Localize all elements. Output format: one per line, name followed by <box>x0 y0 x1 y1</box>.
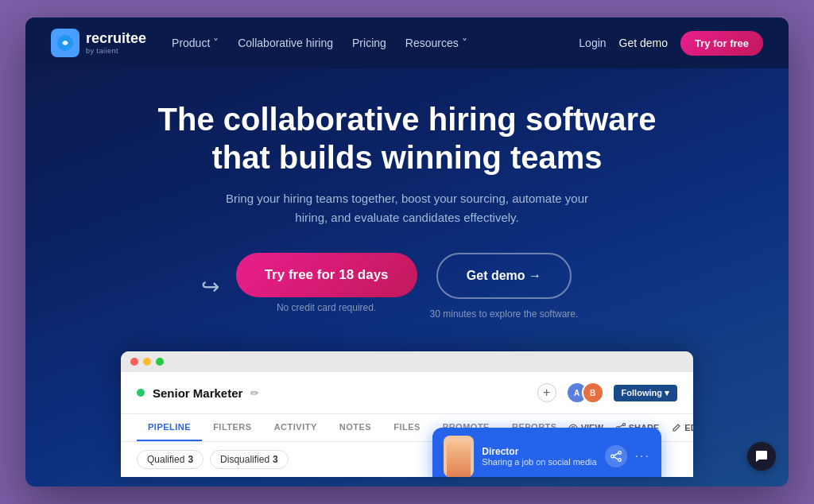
job-title: Senior Marketer <box>153 386 242 400</box>
app-header-bar: Senior Marketer ✏ + A B Following ▾ <box>121 372 693 414</box>
tooltip-more-icon[interactable]: ··· <box>635 449 650 463</box>
qualified-tag[interactable]: Qualified3 <box>137 450 204 469</box>
hero-title: The collaborative hiring software that b… <box>129 100 685 176</box>
avatar-2: B <box>582 382 604 404</box>
nav-collaborative[interactable]: Collaborative hiring <box>238 37 333 49</box>
tooltip-share-icon[interactable] <box>605 445 627 467</box>
avatars-group: A B <box>566 382 604 404</box>
pipeline-bar: Qualified3 Disqualified3 Director Sharin… <box>121 442 693 477</box>
titlebar-dot-green <box>156 358 164 366</box>
app-titlebar <box>121 351 693 372</box>
tab-files[interactable]: FILES <box>382 414 432 441</box>
job-status-dot <box>137 389 145 397</box>
tooltip-title: Director <box>482 446 596 457</box>
navbar: recruitee by taiient Product ˅ Collabora… <box>25 17 789 68</box>
cta-secondary-group: Get demo → 30 minutes to explore the sof… <box>430 253 579 320</box>
edit-action[interactable]: EDIT <box>672 423 693 432</box>
app-header-right: + A B Following ▾ <box>537 382 677 404</box>
no-card-label: No credit card required. <box>277 302 376 313</box>
tooltip-avatar <box>444 436 474 477</box>
app-preview: Senior Marketer ✏ + A B Following ▾ PIPE… <box>121 351 693 477</box>
login-button[interactable]: Login <box>579 37 606 49</box>
tooltip-subtitle: Sharing a job on social media <box>482 457 596 467</box>
tooltip-text: Director Sharing a job on social media <box>482 446 596 467</box>
titlebar-dot-red <box>130 358 138 366</box>
get-demo-button[interactable]: Get demo <box>619 37 668 49</box>
logo-text: recruitee by taiient <box>86 31 146 55</box>
edit-icon[interactable]: ✏ <box>250 387 259 399</box>
tab-filters[interactable]: FILTERS <box>202 414 263 441</box>
titlebar-dot-yellow <box>143 358 151 366</box>
cta-arrow-icon: ↪ <box>201 273 219 300</box>
try-free-button[interactable]: Try free for 18 days <box>236 253 417 297</box>
chat-bubble[interactable] <box>747 442 776 471</box>
tooltip-person-figure <box>447 442 471 477</box>
nav-product[interactable]: Product ˅ <box>172 37 219 49</box>
following-button[interactable]: Following ▾ <box>614 385 677 401</box>
tab-activity[interactable]: ACTIVITY <box>263 414 328 441</box>
thirty-min-label: 30 minutes to explore the software. <box>430 308 579 320</box>
tab-notes[interactable]: NOTES <box>328 414 382 441</box>
add-member-button[interactable]: + <box>537 383 556 402</box>
svg-point-7 <box>618 459 621 462</box>
qualified-count: 3 <box>188 454 193 465</box>
main-wrapper: recruitee by taiient Product ˅ Collabora… <box>25 17 789 487</box>
nav-right: Login Get demo Try for free <box>579 31 763 56</box>
hero-subtitle: Bring your hiring teams together, boost … <box>224 189 590 227</box>
svg-point-2 <box>622 424 625 426</box>
logo-icon <box>51 29 79 57</box>
svg-point-6 <box>610 455 614 458</box>
get-demo-hero-button[interactable]: Get demo → <box>436 253 572 299</box>
logo-name: recruitee <box>86 31 146 47</box>
cta-primary-group: Try free for 18 days No credit card requ… <box>236 253 417 313</box>
nav-pricing[interactable]: Pricing <box>352 37 386 49</box>
disqualified-count: 3 <box>273 454 278 465</box>
tooltip-card: Director Sharing a job on social media ·… <box>432 428 661 477</box>
nav-links: Product ˅ Collaborative hiring Pricing R… <box>172 37 579 49</box>
app-content: Senior Marketer ✏ + A B Following ▾ PIPE… <box>121 372 693 477</box>
disqualified-tag[interactable]: Disqualified3 <box>210 450 289 469</box>
cta-area: ↪ Try free for 18 days No credit card re… <box>236 253 579 320</box>
tab-pipeline[interactable]: PIPELINE <box>137 414 202 441</box>
logo[interactable]: recruitee by taiient <box>51 29 146 57</box>
nav-resources[interactable]: Resources ˅ <box>405 37 467 49</box>
hero-section: The collaborative hiring software that b… <box>25 68 789 339</box>
logo-tagline: by taiient <box>86 47 146 55</box>
svg-point-5 <box>618 452 621 455</box>
try-free-nav-button[interactable]: Try for free <box>680 31 763 56</box>
